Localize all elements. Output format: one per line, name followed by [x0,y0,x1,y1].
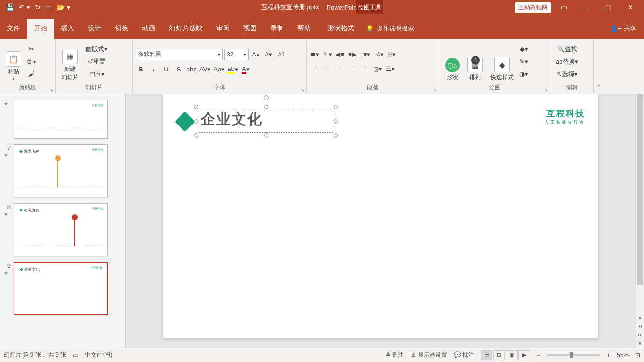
resize-handle[interactable] [264,133,268,138]
tab-slideshow[interactable]: 幻灯片放映 [162,19,210,39]
spellcheck-icon[interactable]: ▭ [73,352,78,359]
display-settings-button[interactable]: 🖥 显示器设置 [410,351,447,359]
justify-button[interactable]: ≡ [347,64,358,74]
tab-record[interactable]: 录制 [264,19,291,39]
zoom-knob[interactable] [570,352,573,358]
resize-handle[interactable] [264,105,268,109]
clear-format-icon[interactable]: A⃠ [276,49,286,60]
align-center-button[interactable]: ≡ [322,64,333,74]
thumbnail[interactable]: 8★ 发展历程互程科技 [0,200,125,259]
distribute-button[interactable]: ≡ [360,64,370,74]
tab-insert[interactable]: 插入 [54,19,81,39]
resize-handle[interactable] [334,119,338,124]
tell-me-search[interactable]: 💡操作说明搜索 [361,24,419,39]
resize-handle[interactable] [334,133,338,138]
scroll-thumb[interactable] [637,94,643,285]
zoom-in-icon[interactable]: + [607,352,610,359]
strike-button[interactable]: S [173,64,184,75]
maximize-icon[interactable]: ◻ [599,0,618,14]
reset-button[interactable]: ↺ 重置 [84,56,110,67]
resize-handle[interactable] [334,105,338,109]
collapse-ribbon-icon[interactable]: ⌃ [594,39,603,94]
change-case-button[interactable]: Aa▾ [213,64,225,75]
shrink-font-icon[interactable]: A▾ [263,49,274,60]
slide-canvas[interactable]: 互程科技 人工智能先行者 企业文化 [163,94,598,338]
redo-icon[interactable]: ↻ [35,3,41,11]
shadow-button[interactable]: abc [186,64,197,75]
find-button[interactable]: 🔍 查找 [553,44,581,55]
tab-shape-format[interactable]: 形状格式 [321,19,361,39]
format-painter-icon[interactable]: 🖌 [26,69,37,80]
close-icon[interactable]: ✕ [621,0,640,14]
minimize-icon[interactable]: — [576,0,596,14]
save-icon[interactable]: 💾 [6,3,14,11]
slide-thumbnails[interactable]: ★ 互程科技 7★ 发展历程互程科技 8★ 发展历程互程科技 9★ 企业文化互程… [0,94,126,348]
thumbnail[interactable]: 7★ 发展历程互程科技 [0,141,125,200]
scroll-up-icon[interactable]: ▲ [636,313,644,321]
text-direction-button[interactable]: ↕A▾ [373,49,384,60]
dialog-launcher-icon[interactable]: ↘ [49,87,53,92]
shape-outline-button[interactable]: ✎▾ [518,56,529,67]
align-right-button[interactable]: ≡ [335,64,345,74]
outdent-button[interactable]: ◀≡ [335,49,345,60]
highlight-button[interactable]: ab▾ [227,64,238,75]
font-color-button[interactable]: A▾ [240,64,251,75]
selected-textbox[interactable]: 企业文化 [196,107,336,136]
rotate-handle[interactable] [264,95,269,100]
thumbnail[interactable]: ★ 互程科技 [0,97,125,141]
undo-icon[interactable]: ↶ ▾ [19,3,30,11]
indent-button[interactable]: ≡▶ [347,49,358,60]
dialog-launcher-icon[interactable]: ↘ [544,87,548,92]
slide-editor[interactable]: 互程科技 人工智能先行者 企业文化 [126,94,635,348]
tab-design[interactable]: 设计 [81,19,108,39]
comments-button[interactable]: 💬 批注 [454,351,474,359]
font-size-combo[interactable]: 32▾ [224,49,249,60]
resize-handle[interactable] [194,133,198,138]
line-spacing-button[interactable]: ↕≡▾ [360,49,371,60]
share-button[interactable]: 👤+共享 [602,24,644,39]
zoom-level[interactable]: 55% [617,352,629,359]
vertical-scrollbar[interactable]: ▲ ⏮ ⏭ ▼ [635,94,644,348]
tab-home[interactable]: 开始 [27,19,54,39]
fit-window-icon[interactable]: ⊡ [635,352,640,359]
next-slide-icon[interactable]: ⏭ [636,330,644,339]
dialog-launcher-icon[interactable]: ↘ [300,87,304,92]
thumbnail-selected[interactable]: 9★ 企业文化互程科技 [0,259,125,318]
underline-button[interactable]: U [161,64,171,75]
shape-effects-button[interactable]: ◑▾ [518,69,529,80]
tutorial-badge[interactable]: 互动教程网 [515,2,551,13]
slide-title[interactable]: 企业文化 [201,110,263,129]
resize-handle[interactable] [194,119,198,124]
italic-button[interactable]: I [148,64,159,75]
notes-button[interactable]: ≜ 备注 [386,351,404,359]
start-show-icon[interactable]: ▭ [45,3,52,11]
language[interactable]: 中文(中国) [85,351,112,359]
tab-view[interactable]: 视图 [237,19,264,39]
tab-review[interactable]: 审阅 [210,19,237,39]
spacing-button[interactable]: AV▾ [199,64,211,75]
select-button[interactable]: ↖ 选择 ▾ [553,69,581,80]
font-name-combo[interactable]: 微软雅黑▾ [136,49,223,60]
replace-button[interactable]: ab 替换 ▾ [553,56,581,67]
new-slide-button[interactable]: ▦新建 幻灯片 [58,41,82,83]
numbering-button[interactable]: ⒈▾ [322,49,333,60]
normal-view-icon[interactable]: ▭ [481,350,492,360]
paste-button[interactable]: 📋粘贴▾ [3,41,24,83]
shape-fill-button[interactable]: ◆▾ [518,44,529,55]
bold-button[interactable]: B [136,64,146,75]
section-button[interactable]: ▤ 节 ▾ [84,69,110,80]
bullets-button[interactable]: ≣▾ [309,49,320,60]
quick-styles-button[interactable]: ◆快速样式 [488,41,517,83]
sorter-view-icon[interactable]: ⊞ [493,350,505,360]
tab-help[interactable]: 帮助 [291,19,318,39]
tab-file[interactable]: 文件 [0,19,27,39]
ribbon-options-icon[interactable]: ▭ [554,0,574,14]
zoom-out-icon[interactable]: − [537,352,540,359]
cut-icon[interactable]: ✂ [26,44,37,55]
slideshow-view-icon[interactable]: ▶ [518,350,530,360]
scroll-down-icon[interactable]: ▼ [636,339,644,348]
align-text-button[interactable]: ⊟▾ [386,49,397,60]
align-left-button[interactable]: ≡ [309,64,320,74]
dialog-launcher-icon[interactable]: ↘ [433,87,437,92]
diamond-shape[interactable] [175,111,195,132]
